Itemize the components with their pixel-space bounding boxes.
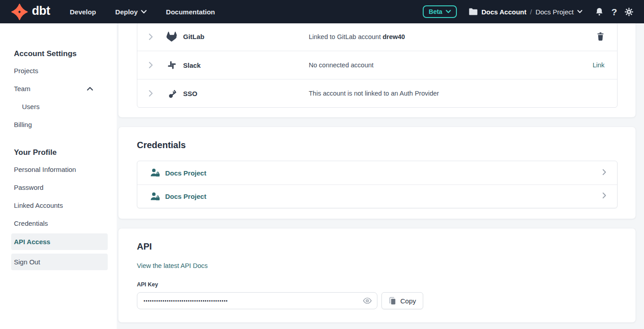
sidebar-heading-your-profile: Your Profile: [14, 147, 117, 158]
nav-icon-cluster: ?: [595, 7, 634, 17]
sidebar-item-users[interactable]: Users: [0, 98, 117, 116]
linked-accounts-list: GitLab Linked to GitLab account drew40: [137, 23, 618, 108]
delete-icon[interactable]: [596, 32, 605, 41]
nav-link-develop-label: Develop: [70, 8, 96, 16]
settings-icon[interactable]: [624, 7, 634, 17]
user-credentials-icon: [150, 192, 161, 202]
breadcrumb-project-label: Docs Project: [535, 8, 574, 16]
api-key-masked-value: ••••••••••••••••••••••••••••••••••••••••: [144, 298, 228, 303]
linked-account-name: GitLab: [183, 33, 309, 40]
sso-key-icon: [166, 88, 178, 98]
chevron-right-icon[interactable]: [145, 90, 156, 97]
credential-row[interactable]: Docs Project: [137, 161, 617, 184]
chevron-up-icon: [87, 87, 93, 91]
linked-account-status: This account is not linked to an Auth Pr…: [309, 90, 605, 97]
status-account-name: drew40: [382, 33, 405, 40]
sidebar-item-billing[interactable]: Billing: [0, 116, 117, 134]
sidebar-heading-account-settings: Account Settings: [14, 48, 117, 59]
sidebar-item-password-label: Password: [14, 179, 44, 197]
sidebar-item-team-label: Team: [14, 80, 31, 98]
breadcrumb-project-dropdown[interactable]: Docs Project: [535, 8, 583, 16]
chevron-down-icon: [577, 10, 583, 13]
sidebar-item-credentials-label: Credentials: [14, 215, 48, 232]
notifications-icon[interactable]: [595, 7, 604, 17]
copy-api-key-button[interactable]: Copy: [381, 292, 423, 309]
breadcrumb: Docs Account / Docs Project: [469, 8, 583, 16]
sidebar-item-projects[interactable]: Projects: [0, 62, 117, 80]
breadcrumb-separator: /: [530, 8, 532, 16]
help-icon[interactable]: ?: [611, 7, 617, 17]
nav-link-deploy-label: Deploy: [115, 8, 138, 16]
sidebar: Account Settings Projects Team Users Bil…: [0, 23, 117, 329]
nav-right-cluster: Beta Docs Account / Docs Project ?: [423, 5, 634, 18]
dbt-brand[interactable]: dbt: [11, 4, 50, 20]
nav-link-documentation[interactable]: Documentation: [166, 8, 215, 16]
linked-account-name: Slack: [183, 61, 309, 69]
api-title: API: [118, 228, 635, 253]
top-nav: dbt Develop Deploy Documentation Beta Do…: [0, 0, 644, 23]
credential-project-label: Docs Project: [165, 193, 206, 200]
api-key-input[interactable]: ••••••••••••••••••••••••••••••••••••••••: [137, 292, 377, 309]
chevron-right-icon: [602, 192, 606, 201]
credentials-list: Docs Project: [137, 161, 618, 208]
brand-text: dbt: [32, 5, 50, 19]
user-credentials-icon: [150, 168, 161, 178]
nav-link-develop[interactable]: Develop: [70, 8, 96, 16]
chevron-down-icon: [446, 10, 451, 13]
credentials-card: Credentials Docs Project: [118, 127, 636, 219]
sidebar-section-gap: [0, 134, 117, 147]
breadcrumb-account[interactable]: Docs Account: [482, 8, 526, 16]
credential-project-label: Docs Project: [165, 169, 206, 177]
credentials-title: Credentials: [118, 127, 635, 152]
api-key-label: API Key: [137, 281, 635, 288]
link-account-button[interactable]: Link: [592, 61, 605, 69]
linked-account-status: No connected account: [309, 61, 587, 69]
api-docs-link[interactable]: View the latest API Docs: [137, 261, 208, 270]
sidebar-item-billing-label: Billing: [14, 116, 32, 134]
sidebar-item-personal-information[interactable]: Personal Information: [0, 161, 117, 179]
credential-row[interactable]: Docs Project: [137, 184, 617, 208]
dbt-logo-icon: [11, 4, 28, 20]
slack-icon: [166, 60, 178, 70]
sidebar-item-api-access-label: API Access: [14, 238, 50, 246]
folder-icon: [469, 8, 478, 16]
linked-account-name: SSO: [183, 90, 309, 97]
main-content: GitLab Linked to GitLab account drew40: [117, 23, 644, 329]
sidebar-item-linked-accounts-label: Linked Accounts: [14, 197, 63, 215]
show-key-icon[interactable]: [363, 297, 372, 304]
api-card: API View the latest API Docs API Key •••…: [118, 228, 636, 323]
sidebar-item-projects-label: Projects: [14, 62, 38, 80]
sidebar-item-personal-information-label: Personal Information: [14, 161, 76, 179]
chevron-right-icon[interactable]: [145, 33, 156, 40]
sidebar-item-api-access[interactable]: API Access: [11, 233, 108, 250]
nav-link-deploy[interactable]: Deploy: [115, 8, 147, 16]
linked-account-status: Linked to GitLab account drew40: [309, 33, 591, 40]
gitlab-icon: [166, 31, 178, 42]
sidebar-item-users-label: Users: [22, 98, 39, 116]
linked-account-row-gitlab: GitLab Linked to GitLab account drew40: [137, 23, 617, 51]
copy-button-label: Copy: [400, 297, 416, 305]
sidebar-item-sign-out-label: Sign Out: [14, 258, 40, 266]
sidebar-item-credentials[interactable]: Credentials: [0, 215, 117, 232]
nav-link-documentation-label: Documentation: [166, 8, 215, 16]
linked-account-row-slack: Slack No connected account Link: [137, 51, 617, 79]
sidebar-item-linked-accounts[interactable]: Linked Accounts: [0, 197, 117, 215]
linked-accounts-card: GitLab Linked to GitLab account drew40: [118, 23, 636, 118]
chevron-right-icon: [602, 169, 606, 177]
beta-label: Beta: [429, 8, 442, 15]
sidebar-item-sign-out[interactable]: Sign Out: [11, 254, 108, 270]
chevron-down-icon: [141, 10, 147, 14]
status-text: Linked to GitLab account: [309, 33, 382, 40]
copy-icon: [389, 297, 396, 305]
chevron-right-icon[interactable]: [145, 61, 156, 69]
linked-account-row-sso: SSO This account is not linked to an Aut…: [137, 79, 617, 107]
sidebar-item-team[interactable]: Team: [0, 80, 117, 98]
api-key-row: ••••••••••••••••••••••••••••••••••••••••: [137, 292, 635, 309]
beta-dropdown[interactable]: Beta: [423, 5, 456, 18]
sidebar-item-password[interactable]: Password: [0, 179, 117, 197]
